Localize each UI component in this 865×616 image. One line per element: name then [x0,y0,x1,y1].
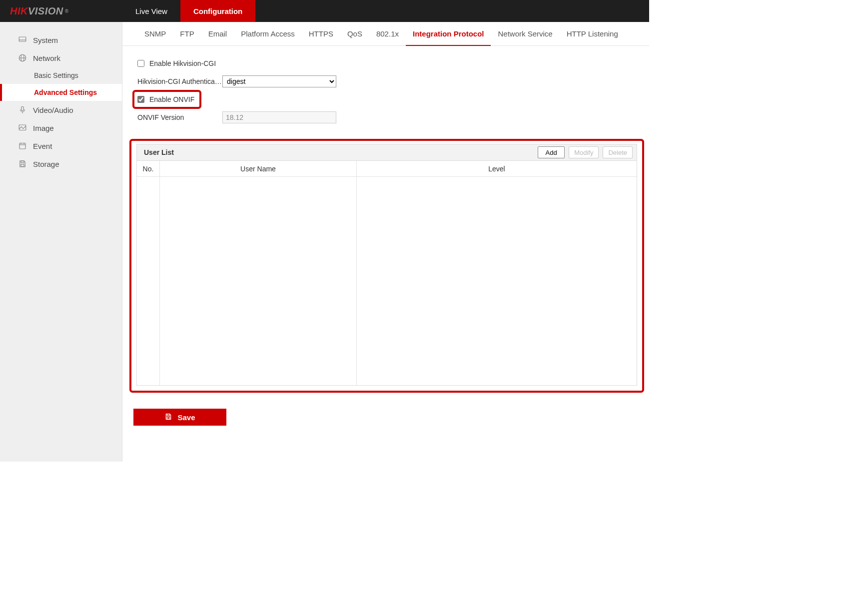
brand-logo: HIKVISION® [0,5,122,17]
sidebar-item-label: Video/Audio [33,106,73,114]
onvif-version-field [222,111,336,123]
save-button[interactable]: Save [133,409,226,426]
sidebar-item-label: Event [33,142,52,150]
sidebar-item-network[interactable]: Network [0,49,122,67]
svg-rect-5 [21,106,24,110]
monitor-icon [18,35,27,44]
user-list-highlight: User List Add Modify Delete No. User Nam… [129,139,644,393]
svg-rect-8 [19,143,25,149]
subtab-platform-access[interactable]: Platform Access [234,22,302,45]
sidebar-subitem-advanced-settings[interactable]: Advanced Settings [0,84,122,101]
content-area: SNMP FTP Email Platform Access HTTPS QoS… [122,22,649,462]
user-list-body [137,177,637,385]
user-list-table: No. User Name Level [136,161,637,386]
user-list-title: User List [144,148,174,156]
user-list-header: User List Add Modify Delete [136,144,637,161]
sidebar-item-event[interactable]: Event [0,137,122,155]
subtab-snmp[interactable]: SNMP [137,22,173,45]
mic-icon [18,105,27,114]
col-user-name-body [160,177,357,385]
sidebar: System Network Basic Settings Advanced S… [0,22,122,462]
enable-onvif-label: Enable ONVIF [149,95,194,103]
subtab-http-listening[interactable]: HTTP Listening [560,22,625,45]
sidebar-subitem-basic-settings[interactable]: Basic Settings [0,67,122,84]
add-button[interactable]: Add [538,146,565,158]
col-no-body [137,177,160,385]
top-tabs: Live View Configuration [122,0,255,22]
subtab-8021x[interactable]: 802.1x [369,22,406,45]
sidebar-item-label: Image [33,124,54,132]
main-layout: System Network Basic Settings Advanced S… [0,22,649,462]
integration-protocol-form: Enable Hikvision-CGI Hikvision-CGI Authe… [122,46,649,136]
subtabs-row: SNMP FTP Email Platform Access HTTPS QoS… [122,22,649,46]
svg-rect-15 [167,417,170,419]
svg-rect-12 [21,161,24,163]
sidebar-item-image[interactable]: Image [0,119,122,137]
enable-onvif-checkbox[interactable] [137,96,144,103]
svg-rect-14 [167,414,170,415]
user-list-head-row: No. User Name Level [137,161,637,177]
col-no: No. [137,161,160,176]
col-level: Level [357,161,637,176]
hik-cgi-auth-label: Hikvision-CGI Authenticat… [137,77,222,85]
subtab-ftp[interactable]: FTP [173,22,201,45]
modify-button: Modify [569,146,599,158]
col-user-name: User Name [160,161,357,176]
sidebar-item-label: System [33,36,58,44]
sidebar-item-video-audio[interactable]: Video/Audio [0,101,122,119]
sidebar-item-label: Network [33,54,60,62]
svg-rect-0 [19,37,26,41]
col-level-body [357,177,637,385]
svg-rect-13 [21,164,24,167]
tab-live-view[interactable]: Live View [122,0,180,22]
sidebar-item-system[interactable]: System [0,31,122,49]
subtab-integration-protocol[interactable]: Integration Protocol [406,22,491,45]
enable-hikvision-cgi-row[interactable]: Enable Hikvision-CGI [137,55,216,71]
save-button-label: Save [177,413,195,422]
brand-registered: ® [65,8,69,14]
subtab-network-service[interactable]: Network Service [491,22,559,45]
globe-icon [18,53,27,62]
enable-onvif-row[interactable]: Enable ONVIF [132,90,201,109]
tab-configuration[interactable]: Configuration [180,0,255,22]
hik-cgi-auth-select[interactable]: digest [222,75,336,87]
sidebar-item-storage[interactable]: Storage [0,155,122,173]
brand-part-vision: VISION [28,5,63,17]
onvif-version-label: ONVIF Version [137,113,222,121]
subtab-https[interactable]: HTTPS [302,22,340,45]
enable-hikvision-cgi-checkbox[interactable] [137,60,144,67]
brand-part-hik: HIK [10,5,28,17]
subtab-qos[interactable]: QoS [340,22,369,45]
save-icon [164,413,172,422]
top-header: HIKVISION® Live View Configuration [0,0,649,22]
sidebar-item-label: Storage [33,160,59,168]
image-icon [18,123,27,132]
save-icon [18,159,27,168]
user-list-buttons: Add Modify Delete [538,146,633,158]
subtab-email[interactable]: Email [201,22,234,45]
delete-button: Delete [603,146,633,158]
calendar-icon [18,141,27,150]
enable-hikvision-cgi-label: Enable Hikvision-CGI [149,59,216,67]
